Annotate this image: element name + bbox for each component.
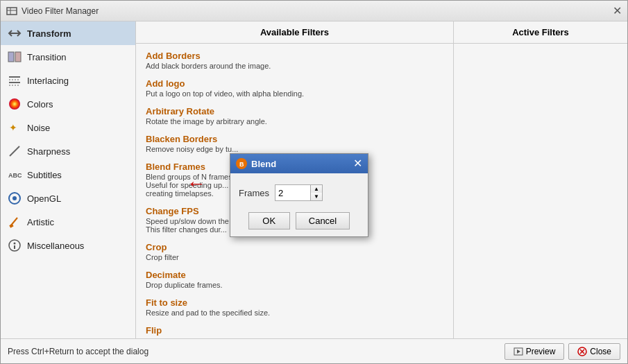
- filter-name: Decimate: [146, 270, 443, 280]
- frames-input-wrap: ▲ ▼: [275, 184, 323, 201]
- svg-rect-20: [14, 245, 15, 249]
- blend-dialog: B Blend ✕ Frames ▲ ▼: [230, 153, 368, 237]
- filter-desc: Remove noisy edge by tu...: [146, 145, 443, 153]
- sidebar-item-noise[interactable]: ✦ Noise: [1, 116, 135, 139]
- sidebar-label-sharpness: Sharpness: [27, 146, 70, 157]
- svg-point-10: [9, 98, 20, 110]
- svg-text:B: B: [239, 161, 244, 168]
- sidebar-item-transition[interactable]: Transition: [1, 45, 135, 69]
- sidebar-label-opengl: OpenGL: [27, 193, 61, 204]
- modal-titlebar: B Blend ✕: [230, 154, 368, 173]
- filter-item-flip[interactable]: Flip: [136, 321, 453, 338]
- subtitles-icon: ABC: [8, 168, 22, 182]
- sidebar-label-artistic: Artistic: [27, 217, 54, 227]
- filter-item-decimate[interactable]: Decimate Drop duplicate frames.: [136, 266, 453, 293]
- filter-desc: Crop filter: [146, 253, 443, 261]
- transition-icon: [8, 50, 22, 64]
- svg-rect-5: [15, 52, 21, 62]
- filter-name: Flip: [146, 325, 443, 336]
- main-content: Transform Transition: [1, 21, 627, 338]
- filter-name: Blacken Borders: [146, 134, 443, 144]
- statusbar: Press Ctrl+Return to accept the dialog P…: [1, 338, 627, 363]
- sidebar: Transform Transition: [1, 21, 136, 338]
- filter-item-fit-to-size[interactable]: Fit to size Resize and pad to the specif…: [136, 293, 453, 321]
- modal-title-text: Blend: [251, 159, 276, 169]
- svg-point-19: [14, 243, 16, 245]
- filter-item-arbitrary-rotate[interactable]: Arbitrary Rotate Rotate the image by arb…: [136, 102, 453, 130]
- main-window: Video Filter Manager ✕ Transform: [0, 0, 628, 364]
- sharpness-icon: [8, 144, 22, 158]
- filter-item-add-logo[interactable]: Add logo Put a logo on top of video, wit…: [136, 74, 453, 102]
- artistic-icon: [8, 215, 22, 229]
- preview-button[interactable]: Preview: [504, 343, 565, 360]
- frames-input[interactable]: [275, 185, 310, 200]
- svg-point-15: [12, 196, 17, 200]
- sidebar-item-sharpness[interactable]: Sharpness: [1, 139, 135, 163]
- active-filters-list: [454, 44, 627, 338]
- active-filters-panel: Active Filters: [454, 21, 627, 338]
- sidebar-label-noise: Noise: [27, 123, 50, 133]
- filter-desc: Add black borders around the image.: [146, 62, 443, 70]
- sidebar-item-transform[interactable]: Transform: [1, 21, 135, 45]
- filter-item-crop[interactable]: Crop Crop filter: [136, 238, 453, 266]
- svg-rect-0: [7, 8, 17, 15]
- close-button[interactable]: Close: [568, 343, 620, 360]
- close-icon: [577, 347, 587, 356]
- filter-name: Crop: [146, 242, 443, 252]
- sidebar-label-miscellaneous: Miscellaneous: [27, 241, 84, 251]
- titlebar-left: Video Filter Manager: [6, 6, 99, 17]
- svg-marker-24: [517, 349, 520, 354]
- sidebar-label-interlacing: Interlacing: [27, 76, 69, 86]
- filter-name: Add logo: [146, 78, 443, 89]
- sidebar-item-miscellaneous[interactable]: Miscellaneous: [1, 234, 135, 257]
- filter-desc: Rotate the image by arbitrary angle.: [146, 117, 443, 125]
- modal-title-left: B Blend: [236, 158, 276, 169]
- opengl-icon: [8, 191, 22, 205]
- sidebar-label-transform: Transform: [27, 28, 71, 39]
- svg-rect-17: [9, 224, 13, 228]
- modal-app-icon: B: [236, 158, 247, 169]
- available-filters-header: Available Filters: [136, 21, 453, 44]
- preview-icon: [514, 347, 523, 356]
- sidebar-label-transition: Transition: [27, 52, 67, 62]
- frames-spinner: ▲ ▼: [310, 185, 322, 200]
- statusbar-buttons: Preview Close: [504, 343, 620, 360]
- sidebar-item-interlacing[interactable]: Interlacing: [1, 69, 135, 92]
- modal-close-button[interactable]: ✕: [353, 158, 362, 169]
- panels-row: Available Filters Add Borders Add black …: [136, 21, 627, 338]
- colors-icon: [8, 97, 22, 111]
- window-close-button[interactable]: ✕: [613, 6, 622, 17]
- filter-desc: Put a logo on top of video, with alpha b…: [146, 89, 443, 98]
- frames-spinner-up[interactable]: ▲: [311, 185, 322, 193]
- noise-icon: ✦: [8, 121, 22, 135]
- svg-text:ABC: ABC: [8, 172, 22, 179]
- miscellaneous-icon: [8, 239, 22, 252]
- close-label: Close: [590, 347, 611, 356]
- frames-label: Frames: [239, 188, 269, 198]
- sidebar-item-artistic[interactable]: Artistic: [1, 210, 135, 234]
- svg-line-12: [10, 146, 19, 156]
- modal-body: Frames ▲ ▼ OK Cancel: [230, 173, 368, 236]
- statusbar-hint: Press Ctrl+Return to accept the dialog: [8, 347, 148, 356]
- preview-label: Preview: [526, 347, 556, 356]
- app-icon: [6, 6, 17, 17]
- cancel-button[interactable]: Cancel: [296, 212, 350, 229]
- titlebar: Video Filter Manager ✕: [1, 1, 627, 21]
- sidebar-item-subtitles[interactable]: ABC Subtitles: [1, 163, 135, 187]
- sidebar-label-subtitles: Subtitles: [27, 170, 62, 180]
- modal-field-frames: Frames ▲ ▼: [239, 184, 359, 201]
- sidebar-label-colors: Colors: [27, 99, 53, 110]
- sidebar-item-colors[interactable]: Colors: [1, 92, 135, 116]
- svg-rect-4: [8, 52, 14, 62]
- svg-text:✦: ✦: [9, 122, 17, 133]
- sidebar-item-opengl[interactable]: OpenGL: [1, 187, 135, 210]
- frames-spinner-down[interactable]: ▼: [311, 193, 322, 200]
- ok-button[interactable]: OK: [248, 212, 290, 229]
- filter-item-add-borders[interactable]: Add Borders Add black borders around the…: [136, 46, 453, 74]
- active-filters-header: Active Filters: [454, 21, 627, 44]
- transform-icon: [8, 26, 22, 40]
- filter-name: Fit to size: [146, 297, 443, 308]
- filter-desc: Resize and pad to the specified size.: [146, 309, 443, 317]
- interlacing-icon: [8, 73, 22, 87]
- modal-buttons: OK Cancel: [239, 212, 359, 229]
